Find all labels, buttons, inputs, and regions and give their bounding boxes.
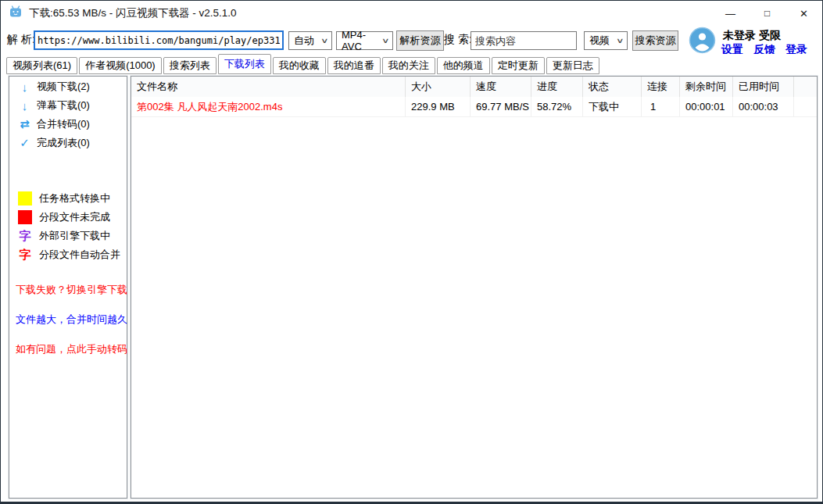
format-select-value: MP4-AVC bbox=[342, 29, 378, 52]
legend-format-converting: 任务格式转换中 bbox=[9, 189, 127, 208]
tab-changelog[interactable]: 更新日志 bbox=[546, 57, 599, 74]
legend-label: 外部引擎下载中 bbox=[39, 229, 110, 243]
app-icon bbox=[9, 5, 22, 21]
cell-status: 下载中 bbox=[583, 97, 642, 116]
column-header-remaining[interactable]: 剩余时间 bbox=[680, 77, 733, 97]
legend-external-engine: 字 外部引擎下载中 bbox=[9, 227, 127, 245]
sidebar-item-completed-list[interactable]: ✓ 完成列表(0) bbox=[9, 134, 127, 152]
purple-char-icon: 字 bbox=[18, 229, 32, 244]
chevron-down-icon: ∨ bbox=[381, 37, 390, 45]
column-header-status[interactable]: 状态 bbox=[583, 77, 642, 97]
mode-select-value: 自动 bbox=[294, 34, 314, 48]
note-manual-transcode[interactable]: 如有问题，点此手动转码 bbox=[16, 343, 127, 356]
column-header-connections[interactable]: 连接 bbox=[642, 77, 680, 97]
maximize-button[interactable]: □ bbox=[749, 1, 785, 26]
window-controls: — □ ✕ bbox=[712, 1, 822, 26]
table-row[interactable]: 第002集 凡人风起天南2002.m4s 229.9 MB 69.77 MB/S… bbox=[131, 97, 817, 117]
close-button[interactable]: ✕ bbox=[785, 1, 822, 26]
legend-label: 分段文件未完成 bbox=[39, 210, 110, 224]
legend-label: 分段文件自动合并 bbox=[39, 248, 120, 262]
sidebar-item-label: 完成列表(0) bbox=[37, 136, 90, 150]
parse-resource-button[interactable]: 解析资源 bbox=[396, 30, 444, 51]
login-status: 未登录 受限 bbox=[723, 29, 781, 43]
search-type-value: 视频 bbox=[589, 34, 610, 48]
toolbar: 解 析: 自动 ∨ MP4-AVC ∨ 解析资源 搜 索: 视频 ∨ 搜索资源 … bbox=[1, 26, 822, 54]
cell-connections: 1 bbox=[642, 97, 680, 116]
search-resource-button[interactable]: 搜索资源 bbox=[632, 30, 678, 51]
sidebar-item-label: 合并转码(0) bbox=[37, 117, 90, 131]
red-char-icon: 字 bbox=[18, 248, 32, 263]
sidebar-item-label: 视频下载(2) bbox=[37, 80, 90, 94]
swap-arrows-icon: ⇄ bbox=[18, 117, 31, 131]
column-header-elapsed[interactable]: 已用时间 bbox=[733, 77, 794, 97]
app-window: 下载:65.53 MB/s - 闪豆视频下载器 - v2.5.1.0 — □ ✕… bbox=[0, 0, 823, 504]
tab-his-channel[interactable]: 他的频道 bbox=[437, 57, 490, 74]
cell-size: 229.9 MB bbox=[406, 97, 471, 116]
legend-label: 任务格式转换中 bbox=[39, 191, 110, 206]
avatar[interactable] bbox=[689, 27, 716, 57]
close-icon: ✕ bbox=[800, 8, 808, 20]
tab-download-list[interactable]: 下载列表 bbox=[218, 54, 271, 74]
download-table-panel: 文件名称 大小 速度 进度 状态 连接 剩余时间 已用时间 第002集 凡人风起… bbox=[131, 76, 818, 499]
sidebar-item-danmaku-download[interactable]: ↓ 弹幕下载(0) bbox=[9, 96, 127, 115]
search-input[interactable] bbox=[471, 31, 577, 50]
column-header-speed[interactable]: 速度 bbox=[471, 77, 531, 97]
cell-filler bbox=[794, 97, 817, 116]
red-swatch bbox=[18, 210, 32, 224]
column-header-filler bbox=[794, 77, 817, 97]
check-icon: ✓ bbox=[18, 136, 31, 150]
chevron-down-icon: ∨ bbox=[616, 37, 624, 45]
cell-speed: 69.77 MB/S bbox=[471, 97, 531, 116]
format-select[interactable]: MP4-AVC ∨ bbox=[336, 31, 393, 50]
column-header-size[interactable]: 大小 bbox=[406, 77, 471, 97]
minimize-icon: — bbox=[725, 8, 735, 20]
parse-label: 解 析: bbox=[7, 26, 35, 54]
tab-my-follows[interactable]: 我的关注 bbox=[382, 57, 435, 74]
search-label: 搜 索: bbox=[444, 26, 472, 54]
sidebar-item-video-download[interactable]: ↓ 视频下载(2) bbox=[9, 77, 127, 96]
cell-progress: 58.72% bbox=[531, 97, 583, 116]
mode-select[interactable]: 自动 ∨ bbox=[288, 31, 332, 50]
column-header-progress[interactable]: 进度 bbox=[531, 77, 583, 97]
cell-elapsed: 00:00:03 bbox=[733, 97, 794, 116]
note-merge-time: 文件越大，合并时间越久 bbox=[16, 313, 127, 326]
sidebar-item-merge-transcode[interactable]: ⇄ 合并转码(0) bbox=[9, 115, 127, 134]
tab-my-favorites[interactable]: 我的收藏 bbox=[273, 57, 326, 74]
table-header: 文件名称 大小 速度 进度 状态 连接 剩余时间 已用时间 bbox=[131, 77, 817, 98]
download-arrow-icon: ↓ bbox=[18, 80, 31, 94]
column-header-filename[interactable]: 文件名称 bbox=[131, 77, 406, 97]
yellow-swatch bbox=[18, 191, 32, 206]
sidebar: ↓ 视频下载(2) ↓ 弹幕下载(0) ⇄ 合并转码(0) ✓ 完成列表(0) … bbox=[9, 76, 127, 499]
minimize-button[interactable]: — bbox=[712, 1, 749, 26]
cell-remaining: 00:00:01 bbox=[680, 97, 733, 116]
tab-search-list[interactable]: 搜索列表 bbox=[163, 57, 216, 74]
tab-video-list[interactable]: 视频列表(61) bbox=[6, 57, 77, 74]
tab-strip: 视频列表(61) 作者视频(1000) 搜索列表 下载列表 我的收藏 我的追番 … bbox=[1, 54, 822, 74]
url-input[interactable] bbox=[34, 30, 284, 50]
search-type-select[interactable]: 视频 ∨ bbox=[584, 31, 628, 50]
tab-my-bangumi[interactable]: 我的追番 bbox=[327, 57, 381, 74]
note-switch-engine[interactable]: 下载失败？切换引擎下载 bbox=[16, 284, 127, 296]
maximize-icon: □ bbox=[764, 8, 770, 19]
legend-segment-incomplete: 分段文件未完成 bbox=[9, 208, 127, 227]
sidebar-item-label: 弹幕下载(0) bbox=[37, 98, 90, 113]
cell-filename: 第002集 凡人风起天南2002.m4s bbox=[131, 97, 406, 116]
download-arrow-icon: ↓ bbox=[18, 99, 31, 113]
titlebar: 下载:65.53 MB/s - 闪豆视频下载器 - v2.5.1.0 — □ ✕ bbox=[1, 1, 822, 26]
tab-author-videos[interactable]: 作者视频(1000) bbox=[79, 57, 162, 74]
chevron-down-icon: ∨ bbox=[320, 37, 329, 45]
legend-auto-merge: 字 分段文件自动合并 bbox=[9, 245, 127, 264]
tab-scheduled-update[interactable]: 定时更新 bbox=[492, 57, 545, 74]
window-title: 下载:65.53 MB/s - 闪豆视频下载器 - v2.5.1.0 bbox=[29, 6, 237, 20]
